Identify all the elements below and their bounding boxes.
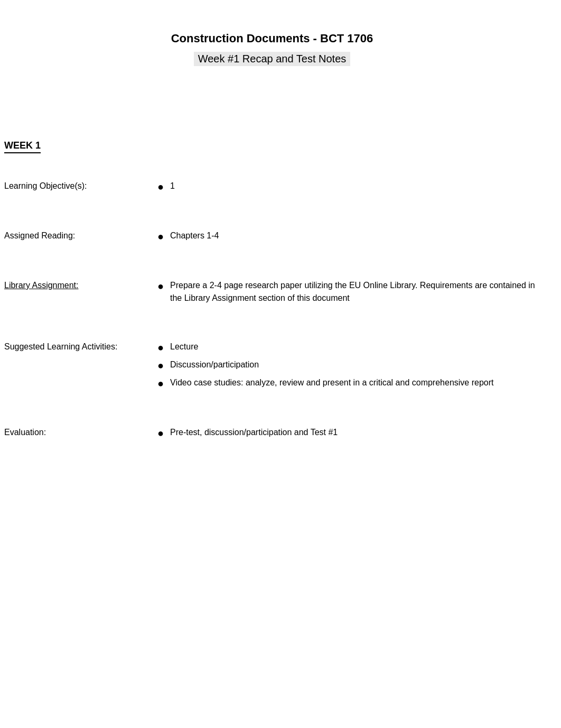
list-item: ●Lecture xyxy=(157,340,540,354)
section-suggested-learning: Suggested Learning Activities:●Lecture●D… xyxy=(4,340,540,394)
list-item: ●1 xyxy=(157,180,540,193)
bullet-text: Chapters 1-4 xyxy=(170,229,540,242)
bullet-text: Lecture xyxy=(170,340,540,353)
section-content-evaluation: ●Pre-test, discussion/participation and … xyxy=(152,426,540,444)
main-title: Construction Documents - BCT 1706 xyxy=(4,32,540,45)
bullet-text: 1 xyxy=(170,180,540,192)
bullet-dot-icon: ● xyxy=(157,340,170,354)
bullet-dot-icon: ● xyxy=(157,279,170,293)
bullet-list-library-assignment: ●Prepare a 2-4 page research paper utili… xyxy=(157,279,540,305)
list-item: ●Pre-test, discussion/participation and … xyxy=(157,426,540,440)
bullet-dot-icon: ● xyxy=(157,426,170,440)
section-content-assigned-reading: ●Chapters 1-4 xyxy=(152,229,540,247)
bullet-list-assigned-reading: ●Chapters 1-4 xyxy=(157,229,540,243)
section-label-suggested-learning: Suggested Learning Activities: xyxy=(4,340,152,353)
list-item: ●Discussion/participation xyxy=(157,358,540,372)
bullet-dot-icon: ● xyxy=(157,180,170,193)
section-library-assignment: Library Assignment:●Prepare a 2-4 page r… xyxy=(4,279,540,309)
section-assigned-reading: Assigned Reading:●Chapters 1-4 xyxy=(4,229,540,247)
section-learning-objectives: Learning Objective(s):●1 xyxy=(4,180,540,198)
section-label-learning-objectives: Learning Objective(s): xyxy=(4,180,152,192)
bullet-list-learning-objectives: ●1 xyxy=(157,180,540,193)
page-container: Construction Documents - BCT 1706 Week #… xyxy=(0,0,561,728)
bullet-text: Pre-test, discussion/participation and T… xyxy=(170,426,540,439)
list-item: ●Chapters 1-4 xyxy=(157,229,540,243)
bullet-dot-icon: ● xyxy=(157,376,170,390)
list-item: ●Prepare a 2-4 page research paper utili… xyxy=(157,279,540,305)
section-content-suggested-learning: ●Lecture●Discussion/participation●Video … xyxy=(152,340,540,394)
bullet-dot-icon: ● xyxy=(157,229,170,243)
bullet-list-evaluation: ●Pre-test, discussion/participation and … xyxy=(157,426,540,440)
bullet-text: Prepare a 2-4 page research paper utiliz… xyxy=(170,279,540,305)
section-label-library-assignment: Library Assignment: xyxy=(4,279,152,292)
section-label-assigned-reading: Assigned Reading: xyxy=(4,229,152,242)
sections-container: Learning Objective(s):●1Assigned Reading… xyxy=(4,180,540,444)
subtitle: Week #1 Recap and Test Notes xyxy=(194,52,351,66)
bullet-list-suggested-learning: ●Lecture●Discussion/participation●Video … xyxy=(157,340,540,390)
section-content-library-assignment: ●Prepare a 2-4 page research paper utili… xyxy=(152,279,540,309)
bullet-dot-icon: ● xyxy=(157,358,170,372)
week-label: WEEK 1 xyxy=(4,140,41,153)
section-evaluation: Evaluation:●Pre-test, discussion/partici… xyxy=(4,426,540,444)
section-content-learning-objectives: ●1 xyxy=(152,180,540,198)
section-label-evaluation: Evaluation: xyxy=(4,426,152,439)
bullet-text: Video case studies: analyze, review and … xyxy=(170,376,540,389)
list-item: ●Video case studies: analyze, review and… xyxy=(157,376,540,390)
bullet-text: Discussion/participation xyxy=(170,358,540,371)
